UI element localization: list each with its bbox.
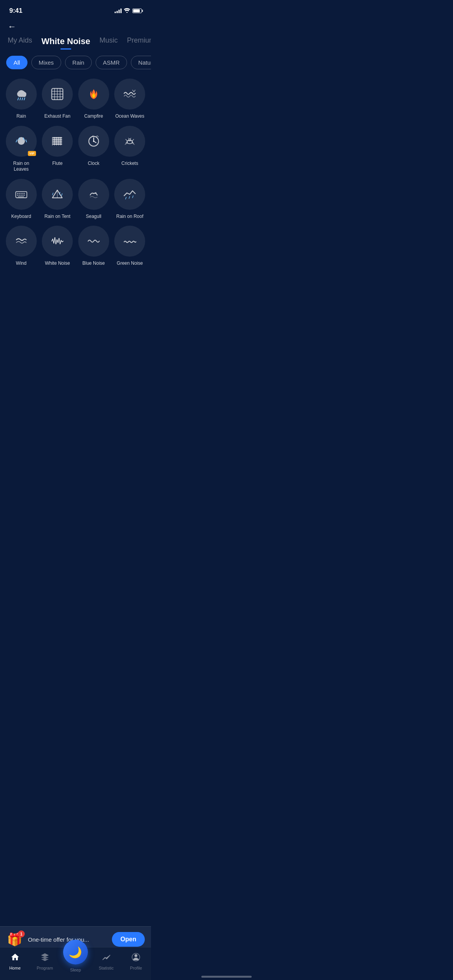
svg-line-30 [125, 139, 127, 141]
sound-circle-seagull [78, 179, 109, 210]
svg-line-3 [22, 98, 23, 100]
svg-line-65 [60, 241, 61, 244]
svg-line-64 [59, 238, 60, 244]
sound-label-keyboard: Keyboard [11, 214, 31, 220]
svg-point-28 [93, 140, 94, 142]
svg-line-61 [56, 240, 57, 244]
sound-circle-flute [42, 126, 73, 157]
sound-label-rain-on-tent: Rain on Tent [45, 214, 70, 220]
sound-label-blue-noise: Blue Noise [82, 260, 105, 267]
sound-label-exhaust-fan: Exhaust Fan [45, 113, 70, 120]
svg-line-33 [132, 139, 134, 141]
sound-circle-rain-on-roof [114, 179, 145, 210]
sound-circle-clock [78, 126, 109, 157]
svg-line-15 [26, 140, 26, 142]
filter-pills: All Mixes Rain ASMR Nature Anim [0, 50, 151, 72]
svg-rect-44 [17, 195, 19, 196]
sound-circle-rain-on-leaves: VIP [6, 126, 37, 157]
vip-badge: VIP [28, 151, 36, 156]
sound-rain-on-tent[interactable]: Rain on Tent [42, 179, 74, 220]
svg-line-55 [129, 196, 130, 198]
filter-all[interactable]: All [6, 56, 27, 69]
svg-line-60 [55, 238, 56, 244]
sound-label-rain-on-roof: Rain on Roof [116, 214, 143, 220]
filter-nature[interactable]: Nature [131, 56, 151, 69]
status-icons [115, 8, 142, 14]
sound-label-rain: Rain [16, 113, 26, 120]
svg-line-52 [62, 194, 62, 195]
sound-ocean-waves[interactable]: Ocean Waves [114, 79, 146, 120]
tab-white-noise[interactable]: White Noise [41, 36, 90, 50]
sound-circle-campfire [78, 79, 109, 110]
svg-rect-43 [23, 193, 25, 194]
tab-my-aids[interactable]: My Aids [8, 36, 32, 50]
sound-crickets[interactable]: Crickets [114, 126, 146, 173]
svg-line-2 [20, 98, 21, 100]
sound-circle-rain-on-tent [42, 179, 73, 210]
wifi-icon [124, 8, 130, 14]
sound-circle-rain [6, 79, 37, 110]
sound-green-noise[interactable]: Green Noise [114, 226, 146, 267]
svg-line-54 [125, 197, 126, 199]
svg-point-53 [95, 192, 96, 194]
sound-rain[interactable]: Rain [5, 79, 37, 120]
back-arrow-icon: ← [8, 22, 16, 31]
tab-music[interactable]: Music [100, 36, 118, 50]
back-button[interactable]: ← [0, 19, 151, 33]
svg-line-56 [132, 195, 133, 197]
sound-label-crickets: Crickets [122, 161, 138, 167]
sound-label-seagull: Seagull [86, 214, 101, 220]
sound-circle-crickets [114, 126, 145, 157]
svg-line-37 [129, 138, 129, 139]
sound-grid: Rain Exhaust Fan [0, 72, 151, 273]
sound-label-clock: Clock [88, 161, 100, 167]
sound-circle-keyboard [6, 179, 37, 210]
svg-line-50 [53, 193, 53, 195]
sound-rain-on-roof[interactable]: Rain on Roof [114, 179, 146, 220]
status-time: 9:41 [9, 7, 22, 15]
svg-rect-46 [21, 195, 23, 196]
svg-line-67 [62, 241, 63, 242]
svg-point-0 [126, 12, 128, 13]
sound-label-wind: Wind [16, 260, 26, 267]
sound-label-rain-on-leaves: Rain on Leaves [5, 161, 37, 173]
sound-label-campfire: Campfire [84, 113, 103, 120]
sound-circle-blue-noise [78, 226, 109, 257]
sound-flute[interactable]: Flute [42, 126, 74, 173]
sound-rain-on-leaves[interactable]: VIP Rain on Leaves [5, 126, 37, 173]
svg-line-1 [18, 98, 19, 100]
battery-icon [132, 9, 142, 13]
sound-blue-noise[interactable]: Blue Noise [78, 226, 110, 267]
sound-circle-ocean-waves [114, 79, 145, 110]
sound-label-flute: Flute [52, 161, 63, 167]
sound-label-ocean-waves: Ocean Waves [115, 113, 144, 120]
svg-rect-48 [18, 196, 24, 197]
filter-asmr[interactable]: ASMR [96, 56, 127, 69]
svg-line-12 [16, 140, 17, 142]
svg-rect-40 [17, 193, 19, 194]
sound-clock[interactable]: Clock [78, 126, 110, 173]
sound-circle-wind [6, 226, 37, 257]
sound-wind[interactable]: Wind [5, 226, 37, 267]
sound-exhaust-fan[interactable]: Exhaust Fan [42, 79, 74, 120]
filter-mixes[interactable]: Mixes [31, 56, 61, 69]
svg-rect-47 [23, 195, 25, 196]
svg-line-4 [24, 98, 25, 100]
svg-rect-41 [19, 193, 21, 194]
sound-seagull[interactable]: Seagull [78, 179, 110, 220]
tab-premium[interactable]: Premium [127, 36, 151, 50]
sound-circle-exhaust-fan [42, 79, 73, 110]
sound-label-white-noise: White Noise [45, 260, 70, 267]
signal-icon [115, 9, 122, 13]
sound-circle-white-noise [42, 226, 73, 257]
filter-rain[interactable]: Rain [65, 56, 92, 69]
sound-campfire[interactable]: Campfire [78, 79, 110, 120]
svg-rect-42 [21, 193, 23, 194]
sound-keyboard[interactable]: Keyboard [5, 179, 37, 220]
svg-line-38 [130, 138, 131, 139]
sound-label-green-noise: Green Noise [117, 260, 143, 267]
svg-rect-45 [19, 195, 21, 196]
status-bar: 9:41 [0, 0, 151, 19]
tab-navigation: My Aids White Noise Music Premium [0, 33, 151, 50]
sound-white-noise[interactable]: White Noise [42, 226, 74, 267]
